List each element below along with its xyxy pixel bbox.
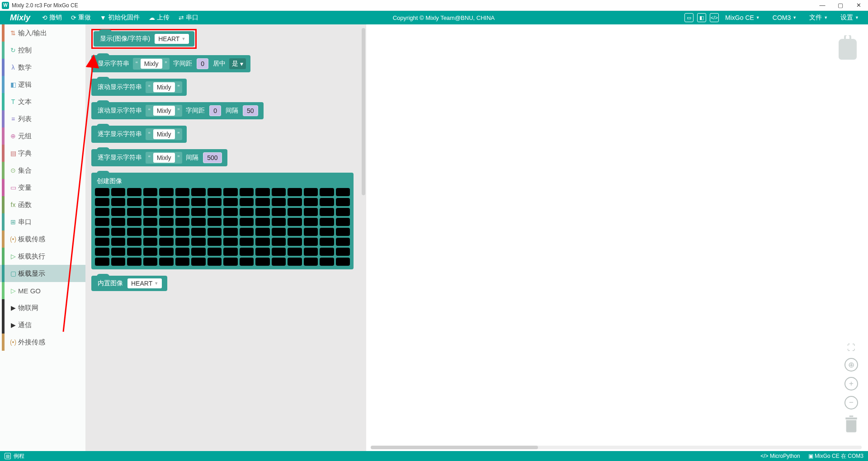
settings-menu[interactable]: 设置▼ [834, 14, 865, 22]
sidebar-item-8[interactable]: ⊙集合 [0, 162, 85, 179]
block-scroll-string-gap[interactable]: 滚动显示字符串 “Mixly” 字间距 0 间隔 50 [91, 102, 264, 119]
sidebar-item-5[interactable]: ≡列表 [0, 110, 85, 127]
led-cell[interactable] [175, 218, 190, 226]
led-cell[interactable] [111, 218, 126, 226]
upload-button[interactable]: ☁上传 [144, 14, 174, 22]
led-cell[interactable] [111, 188, 126, 196]
led-cell[interactable] [111, 248, 126, 256]
string-input[interactable]: “Mixly” [146, 128, 182, 140]
led-cell[interactable] [175, 198, 190, 206]
led-cell[interactable] [255, 218, 270, 226]
led-cell[interactable] [95, 198, 109, 206]
led-cell[interactable] [127, 188, 142, 196]
led-cell[interactable] [208, 228, 222, 236]
string-input[interactable]: “Mixly” [146, 81, 182, 93]
led-cell[interactable] [208, 258, 222, 266]
led-cell[interactable] [191, 218, 206, 226]
led-cell[interactable] [272, 198, 286, 206]
led-cell[interactable] [223, 198, 238, 206]
interval-input[interactable]: 50 [243, 105, 258, 116]
led-cell[interactable] [336, 208, 350, 216]
led-cell[interactable] [143, 248, 158, 256]
led-cell[interactable] [127, 208, 142, 216]
led-cell[interactable] [288, 198, 302, 206]
led-cell[interactable] [143, 238, 158, 246]
led-cell[interactable] [159, 258, 174, 266]
sidebar-item-14[interactable]: ▢板载显示 [0, 265, 85, 282]
string-input[interactable]: “Mixly” [146, 105, 182, 117]
led-cell[interactable] [159, 228, 174, 236]
sidebar-item-0[interactable]: ⇅输入/输出 [0, 24, 85, 42]
led-cell[interactable] [191, 248, 206, 256]
led-cell[interactable] [240, 188, 254, 196]
led-cell[interactable] [320, 228, 334, 236]
dropdown-heart[interactable]: HEART▼ [155, 34, 189, 44]
led-cell[interactable] [320, 188, 334, 196]
led-cell[interactable] [208, 208, 222, 216]
sidebar-item-15[interactable]: ▷ME GO [0, 282, 85, 299]
string-input[interactable]: “Mixly” [146, 152, 182, 164]
interval-input[interactable]: 500 [203, 152, 222, 163]
led-cell[interactable] [111, 238, 126, 246]
led-cell[interactable] [127, 228, 142, 236]
led-cell[interactable] [272, 188, 286, 196]
dropdown-heart[interactable]: HEART▼ [127, 278, 162, 288]
led-cell[interactable] [304, 228, 318, 236]
led-cell[interactable] [175, 238, 190, 246]
led-cell[interactable] [95, 238, 109, 246]
led-cell[interactable] [240, 208, 254, 216]
led-cell[interactable] [240, 198, 254, 206]
led-cell[interactable] [208, 188, 222, 196]
led-cell[interactable] [320, 198, 334, 206]
led-cell[interactable] [191, 228, 206, 236]
led-cell[interactable] [240, 248, 254, 256]
led-cell[interactable] [175, 228, 190, 236]
led-cell[interactable] [223, 248, 238, 256]
block-show-image-string[interactable]: 显示(图像/字符串) HEART▼ [94, 31, 194, 47]
serial-button[interactable]: ⇄串口 [174, 14, 203, 22]
sidebar-item-9[interactable]: ▭变量 [0, 179, 85, 196]
led-cell[interactable] [95, 218, 109, 226]
led-cell[interactable] [240, 238, 254, 246]
led-cell[interactable] [159, 208, 174, 216]
led-cell[interactable] [111, 228, 126, 236]
led-cell[interactable] [288, 228, 302, 236]
sidebar-item-12[interactable]: (•)板载传感 [0, 230, 85, 248]
led-cell[interactable] [320, 238, 334, 246]
led-cell[interactable] [336, 238, 350, 246]
led-cell[interactable] [255, 208, 270, 216]
led-cell[interactable] [288, 248, 302, 256]
examples-icon[interactable]: ▤ [5, 453, 11, 459]
led-cell[interactable] [304, 258, 318, 266]
led-cell[interactable] [320, 218, 334, 226]
led-cell[interactable] [223, 208, 238, 216]
led-cell[interactable] [95, 258, 109, 266]
init-firmware-button[interactable]: ▼初始化固件 [95, 14, 144, 22]
led-cell[interactable] [288, 188, 302, 196]
port-select[interactable]: COM3▼ [766, 14, 803, 21]
led-cell[interactable] [272, 208, 286, 216]
sidebar-item-2[interactable]: λ数学 [0, 59, 85, 76]
led-cell[interactable] [272, 228, 286, 236]
led-cell[interactable] [304, 218, 318, 226]
led-cell[interactable] [127, 258, 142, 266]
led-cell[interactable] [143, 228, 158, 236]
led-cell[interactable] [127, 248, 142, 256]
led-cell[interactable] [255, 228, 270, 236]
led-cell[interactable] [208, 248, 222, 256]
led-cell[interactable] [159, 248, 174, 256]
led-cell[interactable] [240, 218, 254, 226]
led-cell[interactable] [191, 258, 206, 266]
sidebar-item-17[interactable]: ▶通信 [0, 316, 85, 334]
led-cell[interactable] [175, 188, 190, 196]
led-cell[interactable] [223, 228, 238, 236]
sidebar-item-18[interactable]: (•)外接传感 [0, 334, 85, 351]
led-cell[interactable] [336, 198, 350, 206]
led-cell[interactable] [159, 188, 174, 196]
block-char-string[interactable]: 逐字显示字符串 “Mixly” [91, 126, 187, 143]
led-cell[interactable] [111, 258, 126, 266]
sidebar-item-3[interactable]: ◧逻辑 [0, 76, 85, 93]
led-cell[interactable] [288, 258, 302, 266]
led-cell[interactable] [95, 208, 109, 216]
redo-button[interactable]: ⟳重做 [66, 14, 95, 22]
